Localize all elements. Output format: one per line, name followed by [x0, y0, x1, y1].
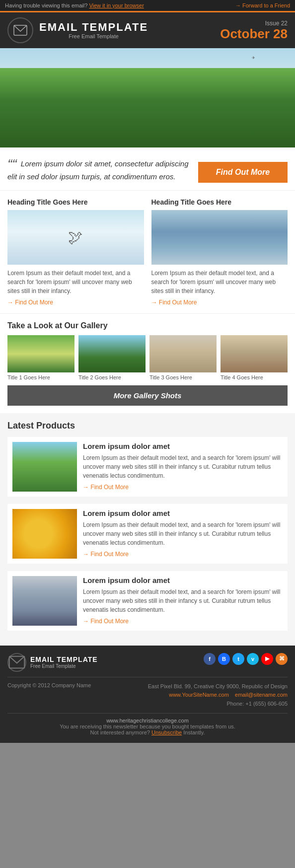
- gallery-item-3: Title 3 Goes Here: [149, 335, 217, 380]
- col-left-heading: Heading Title Goes Here: [7, 198, 144, 206]
- social-icons: f B t v ▶ ⌘: [204, 653, 288, 665]
- unsubscribe-post: Instantly.: [183, 729, 205, 735]
- email-header: EMAIL TEMPLATE Free Email Template Issue…: [0, 11, 295, 48]
- unsubscribe-pre: Not interested anymore?: [90, 729, 150, 735]
- unsubscribe-link[interactable]: Unsubscribe: [151, 729, 182, 735]
- product-title-1: Lorem ipsum dolor amet: [83, 442, 283, 450]
- gallery-more-button[interactable]: More Gallery Shots: [7, 385, 288, 406]
- col-left-link[interactable]: → Find Out More: [7, 299, 53, 306]
- product-info-3: Lorem ipsum dolor amet Lorem Ipsum as th…: [83, 576, 283, 626]
- product-thumb-1: [12, 442, 77, 492]
- footer-newsletter-text: You are receiving this newsletter becaus…: [7, 723, 288, 729]
- product-item-1: Lorem ipsum dolor amet Lorem Ipsum as th…: [7, 437, 288, 497]
- quote-text: ““ Lorem ipsum dolor sit amet, consectet…: [7, 157, 191, 183]
- issue-label: Issue 22: [220, 20, 288, 27]
- footer-logo: EMAIL TEMPLATE Free Email Template: [7, 653, 98, 672]
- gallery-title-1: Title 1 Goes Here: [7, 374, 74, 380]
- hero-image: ✈: [0, 48, 295, 147]
- gallery-title-4: Title 4 Goes Here: [221, 374, 288, 380]
- footer-brand-subtitle: Free Email Template: [30, 663, 98, 669]
- footer-logo-icon: [7, 653, 26, 672]
- gallery-thumb-2: [78, 335, 146, 372]
- quote-mark: ““: [7, 156, 17, 172]
- trouble-text: Having trouble viewing this email? View …: [5, 2, 144, 8]
- header-title: EMAIL TEMPLATE: [39, 21, 148, 33]
- product-info-2: Lorem ipsum dolor amet Lorem Ipsum as th…: [83, 509, 283, 559]
- product-link-3[interactable]: → Find Out More: [83, 618, 129, 625]
- quote-row: ““ Lorem ipsum dolor sit amet, consectet…: [7, 157, 288, 183]
- footer-top: EMAIL TEMPLATE Free Email Template f B t…: [7, 653, 288, 672]
- gallery-thumb-1: [7, 335, 74, 372]
- header-title-block: EMAIL TEMPLATE Free Email Template: [39, 21, 148, 39]
- forward-link[interactable]: → Forward to a Friend: [235, 2, 290, 8]
- footer-phone: Phone: +1 (655) 606-605: [148, 700, 288, 709]
- product-title-3: Lorem ipsum dolor amet: [83, 576, 283, 584]
- footer-address-text: East Pixel Bld. 99, Creative City 9000, …: [148, 682, 288, 691]
- find-out-more-button[interactable]: Find Out More: [198, 162, 288, 183]
- footer-unsubscribe-row: Not interested anymore? Unsubscribe Inst…: [7, 729, 288, 735]
- col-right-heading: Heading Title Goes Here: [151, 198, 288, 206]
- footer-brand: EMAIL TEMPLATE Free Email Template: [30, 655, 98, 669]
- grass-background: [0, 68, 295, 147]
- footer-contact: www.YourSiteName.com email@sitename.com: [148, 691, 288, 700]
- facebook-icon[interactable]: f: [204, 653, 216, 665]
- gallery-title-2: Title 2 Goes Here: [78, 374, 146, 380]
- logo-icon: [7, 17, 33, 43]
- products-heading: Latest Products: [7, 421, 288, 431]
- gallery-heading: Take a Look at Our Gallery: [7, 321, 288, 330]
- product-desc-2: Lorem Ipsum as their default model text,…: [83, 520, 283, 547]
- product-item-2: Lorem ipsum dolor amet Lorem Ipsum as th…: [7, 504, 288, 564]
- rss-icon[interactable]: ⌘: [276, 653, 288, 665]
- top-bar: Having trouble viewing this email? View …: [0, 0, 295, 11]
- footer-website-link[interactable]: www.YourSiteName.com: [169, 692, 229, 698]
- header-right: Issue 22 October 28: [220, 20, 288, 41]
- seagull-icon: 🕊: [68, 229, 83, 246]
- gallery-title-3: Title 3 Goes Here: [149, 374, 217, 380]
- vimeo-icon[interactable]: v: [247, 653, 259, 665]
- col-left: Heading Title Goes Here 🕊 Lorem Ipsum as…: [7, 198, 144, 306]
- col-left-body: Lorem Ipsum as their default model text,…: [7, 269, 144, 295]
- footer-email-link[interactable]: email@sitename.com: [235, 692, 288, 698]
- email-wrapper: Having trouble viewing this email? View …: [0, 0, 295, 743]
- product-info-1: Lorem ipsum dolor amet Lorem Ipsum as th…: [83, 442, 283, 492]
- youtube-icon[interactable]: ▶: [261, 653, 273, 665]
- col-right-link[interactable]: → Find Out More: [151, 299, 197, 306]
- header-left: EMAIL TEMPLATE Free Email Template: [7, 17, 148, 43]
- gallery-section: Take a Look at Our Gallery Title 1 Goes …: [0, 313, 295, 413]
- product-link-2[interactable]: → Find Out More: [83, 551, 129, 558]
- product-desc-1: Lorem Ipsum as their default model text,…: [83, 453, 283, 480]
- quote-section: ““ Lorem ipsum dolor sit amet, consectet…: [0, 147, 295, 190]
- products-section: Latest Products Lorem ipsum dolor amet L…: [0, 413, 295, 646]
- gallery-thumb-3: [149, 335, 217, 372]
- behance-icon[interactable]: B: [218, 653, 230, 665]
- gallery-item-4: Title 4 Goes Here: [221, 335, 288, 380]
- two-col-section: Heading Title Goes Here 🕊 Lorem Ipsum as…: [0, 190, 295, 313]
- col-left-image: 🕊: [7, 210, 144, 265]
- footer-middle: Copyright © 2012 Company Name East Pixel…: [7, 677, 288, 714]
- bird-icon: ✈: [252, 56, 255, 60]
- product-thumb-2: [12, 509, 77, 559]
- col-right-image: [151, 210, 288, 265]
- product-link-1[interactable]: → Find Out More: [83, 484, 129, 491]
- view-browser-link[interactable]: View it in your browser: [89, 2, 144, 8]
- product-thumb-3: [12, 576, 77, 626]
- gallery-grid: Title 1 Goes Here Title 2 Goes Here Titl…: [7, 335, 288, 380]
- gallery-more-label: More Gallery Shots: [114, 391, 182, 400]
- footer: EMAIL TEMPLATE Free Email Template f B t…: [0, 646, 295, 743]
- header-subtitle: Free Email Template: [39, 33, 148, 39]
- gallery-item-1: Title 1 Goes Here: [7, 335, 74, 380]
- footer-copyright: Copyright © 2012 Company Name: [7, 682, 91, 688]
- product-title-2: Lorem ipsum dolor amet: [83, 509, 283, 517]
- twitter-icon[interactable]: t: [232, 653, 244, 665]
- gallery-item-2: Title 2 Goes Here: [78, 335, 146, 380]
- footer-bottom: www.heritagechristiancollege.com You are…: [7, 713, 288, 735]
- gallery-thumb-4: [221, 335, 288, 372]
- product-item-3: Lorem ipsum dolor amet Lorem Ipsum as th…: [7, 571, 288, 631]
- footer-address: East Pixel Bld. 99, Creative City 9000, …: [148, 682, 288, 709]
- footer-url: www.heritagechristiancollege.com: [7, 718, 288, 723]
- quote-body: Lorem ipsum dolor sit amet, consectetur …: [7, 159, 188, 181]
- product-desc-3: Lorem Ipsum as their default model text,…: [83, 587, 283, 614]
- footer-brand-title: EMAIL TEMPLATE: [30, 655, 98, 663]
- col-right-body: Lorem Ipsum as their default model text,…: [151, 269, 288, 295]
- col-right: Heading Title Goes Here Lorem Ipsum as t…: [151, 198, 288, 306]
